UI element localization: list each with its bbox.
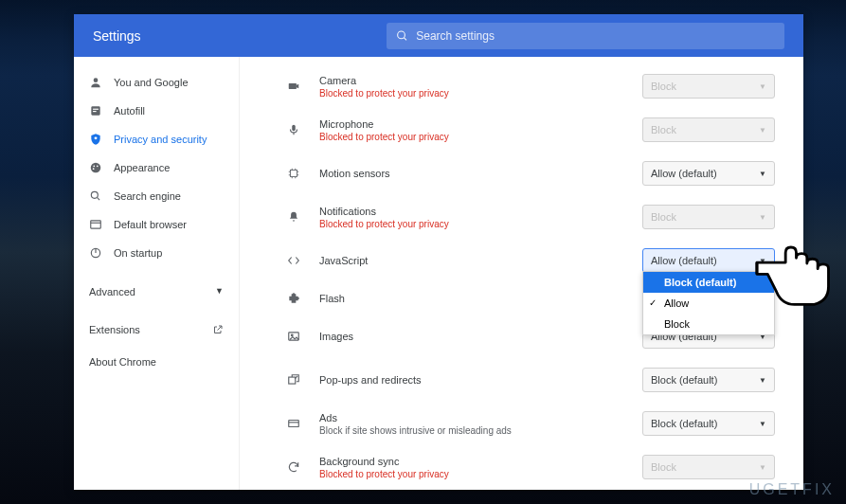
perm-select-motion[interactable]: Allow (default)▼ — [642, 161, 775, 186]
sidebar-item-search[interactable]: Search engine — [74, 182, 239, 210]
chevron-down-icon: ▼ — [215, 286, 224, 297]
sidebar: You and Google Autofill Privacy and secu… — [74, 57, 240, 490]
perm-title: Camera — [319, 75, 642, 86]
sidebar-about[interactable]: About Chrome — [74, 349, 239, 375]
sidebar-item-label: Search engine — [114, 190, 181, 202]
chevron-down-icon: ▼ — [759, 126, 766, 135]
sidebar-item-appearance[interactable]: Appearance — [74, 153, 239, 182]
body: You and Google Autofill Privacy and secu… — [74, 57, 803, 490]
pointing-hand-icon — [751, 231, 841, 312]
svg-point-31 — [291, 334, 293, 336]
svg-point-8 — [93, 165, 95, 167]
about-label: About Chrome — [89, 356, 156, 368]
sidebar-item-label: Autofill — [114, 105, 145, 117]
perm-title: Ads — [319, 412, 642, 423]
svg-point-2 — [94, 78, 99, 82]
perm-select-camera[interactable]: Block▼ — [642, 74, 775, 99]
perm-title: Notifications — [319, 206, 642, 217]
extensions-label: Extensions — [89, 324, 140, 335]
sidebar-item-label: You and Google — [114, 77, 189, 88]
perm-sub: Blocked to protect your privacy — [319, 469, 642, 479]
microphone-icon — [287, 123, 300, 136]
sidebar-item-label: Default browser — [114, 219, 187, 230]
puzzle-icon — [287, 292, 300, 305]
perm-title: Images — [319, 331, 642, 342]
chevron-down-icon: ▼ — [759, 82, 766, 91]
perm-title: Flash — [319, 293, 642, 304]
sync-icon — [287, 460, 300, 474]
perm-select-popups[interactable]: Block (default)▼ — [642, 368, 775, 392]
svg-point-29 — [297, 297, 299, 299]
sidebar-item-label: Privacy and security — [114, 134, 207, 145]
svg-line-1 — [404, 37, 406, 40]
svg-point-6 — [95, 136, 98, 139]
bell-icon — [287, 210, 300, 224]
power-icon — [89, 246, 102, 260]
perm-row-bgsync: Background sync Blocked to protect your … — [285, 445, 775, 489]
svg-rect-33 — [289, 421, 299, 427]
sidebar-item-label: On startup — [114, 247, 162, 259]
search-icon — [396, 29, 408, 43]
svg-point-28 — [293, 293, 295, 295]
perm-row-motion: Motion sensors Allow (default)▼ — [285, 152, 775, 195]
svg-rect-19 — [291, 171, 297, 177]
palette-icon — [89, 161, 102, 174]
svg-point-0 — [398, 31, 405, 39]
image-icon — [287, 330, 300, 343]
svg-point-10 — [93, 168, 95, 170]
popup-icon — [287, 373, 300, 387]
sidebar-advanced[interactable]: Advanced ▼ — [74, 277, 239, 307]
external-link-icon — [212, 324, 224, 335]
svg-rect-5 — [93, 111, 97, 112]
svg-point-11 — [91, 191, 98, 198]
svg-point-7 — [91, 163, 101, 173]
code-icon — [287, 254, 300, 267]
sidebar-item-startup[interactable]: On startup — [74, 239, 239, 267]
shield-icon — [89, 133, 102, 146]
perm-select-microphone[interactable]: Block▼ — [642, 117, 775, 142]
perm-title: Pop-ups and redirects — [319, 374, 642, 386]
perm-select-bgsync[interactable]: Block▼ — [642, 455, 775, 479]
sidebar-item-default[interactable]: Default browser — [74, 210, 239, 239]
chevron-down-icon: ▼ — [759, 463, 766, 472]
perm-row-microphone: Microphone Blocked to protect your priva… — [285, 108, 775, 152]
perm-row-notifications: Notifications Blocked to protect your pr… — [285, 195, 775, 239]
perm-select-ads[interactable]: Block (default)▼ — [642, 411, 775, 436]
camera-icon — [287, 80, 300, 93]
perm-row-sound: Sound Automatic (default)▼ — [285, 489, 775, 490]
main-panel: Camera Blocked to protect your privacy B… — [240, 57, 803, 490]
sidebar-item-privacy[interactable]: Privacy and security — [74, 125, 239, 153]
chevron-down-icon: ▼ — [759, 376, 766, 385]
perm-row-ads: Ads Block if site shows intrusive or mis… — [285, 402, 775, 445]
svg-rect-4 — [93, 109, 99, 110]
browser-icon — [89, 218, 102, 231]
settings-window: Settings You and Google Autofill Privacy… — [74, 14, 803, 490]
advanced-label: Advanced — [89, 286, 135, 297]
svg-rect-18 — [292, 125, 296, 131]
perm-title: Background sync — [319, 456, 642, 467]
autofill-icon — [89, 104, 102, 117]
motion-icon — [287, 167, 300, 180]
sidebar-item-label: Appearance — [114, 162, 170, 173]
perm-row-javascript: JavaScript Allow (default)▼ Block (defau… — [285, 239, 775, 282]
search-input[interactable] — [416, 29, 775, 43]
sidebar-item-you[interactable]: You and Google — [74, 68, 239, 97]
perm-select-notifications[interactable]: Block▼ — [642, 205, 775, 229]
perm-row-camera: Camera Blocked to protect your privacy B… — [285, 64, 775, 108]
permission-list: Camera Blocked to protect your privacy B… — [240, 57, 803, 490]
ads-icon — [287, 417, 300, 430]
watermark: UGETFIX — [749, 481, 835, 498]
sidebar-item-autofill[interactable]: Autofill — [74, 97, 239, 125]
perm-title: Motion sensors — [319, 168, 642, 179]
svg-rect-32 — [289, 377, 296, 384]
sidebar-extensions[interactable]: Extensions — [74, 316, 239, 343]
person-icon — [89, 76, 102, 89]
dropdown-option-block[interactable]: Block — [643, 314, 774, 334]
perm-row-popups: Pop-ups and redirects Block (default)▼ — [285, 358, 775, 402]
perm-sub: Block if site shows intrusive or mislead… — [319, 425, 642, 436]
perm-title: JavaScript — [319, 255, 642, 266]
perm-title: Microphone — [319, 118, 642, 130]
svg-rect-17 — [289, 83, 297, 89]
search-field[interactable] — [387, 23, 784, 49]
chevron-down-icon: ▼ — [759, 213, 766, 222]
